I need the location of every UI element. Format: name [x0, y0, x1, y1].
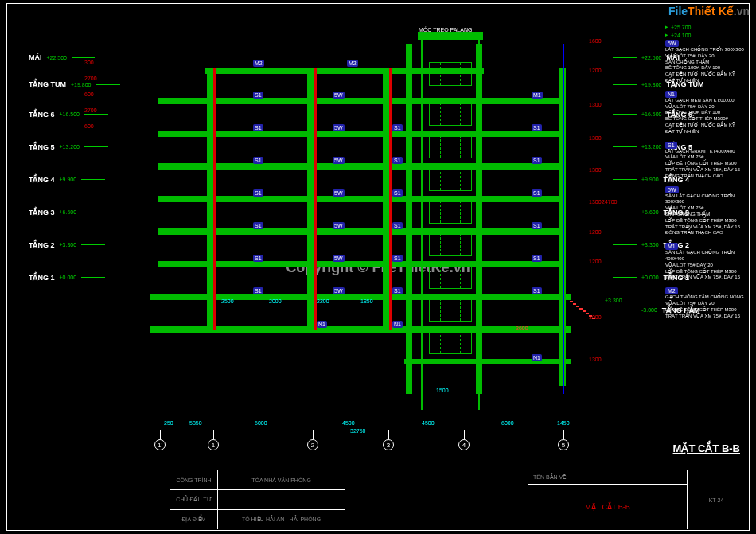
- legend-item: CÁT ĐỆN TƯỚI NƯỚC ĐẦM KỸ: [665, 72, 746, 78]
- legend-item: TRÁT TRẦN VỮA XM 75#, DÀY 15: [665, 167, 746, 173]
- cad-canvas: FileThiết Kế.vn Copyright © FileThietKe.…: [0, 0, 756, 534]
- tb-label: CHỦ ĐẦU TƯ: [170, 490, 217, 510]
- floor-elev: +19.800: [71, 82, 92, 88]
- legend-tag: N1: [665, 91, 677, 98]
- marker: S1: [253, 157, 263, 164]
- floor-elev: +9.900: [641, 177, 659, 182]
- tb-value: TÔ HIỆU-HẢI AN - HẢI PHÒNG: [218, 510, 345, 529]
- marker: S1: [532, 157, 542, 164]
- legend-item: VỮA LÓT XM 75#: [665, 205, 746, 212]
- axis-n: 3: [387, 442, 390, 449]
- dim: 2200: [317, 298, 329, 304]
- floor-elev: +13.200: [641, 144, 662, 150]
- floor-labels-left: MÁI+22.500 TẦNG TUM+19.800 TẦNG 6+16.500…: [29, 44, 120, 294]
- marker: S1: [392, 157, 403, 164]
- titleblock: CÔNG TRÌNH CHỦ ĐẦU TƯ ĐỊA ĐIỂM TÒA NHÀ V…: [11, 470, 745, 529]
- legend-item: LỚP BÊ TÔNG CỐT THÉP M300: [665, 218, 746, 224]
- floor-label: TẦNG 2: [29, 241, 55, 249]
- floor-elev: -3.000: [641, 307, 657, 313]
- dim: 300: [84, 60, 94, 65]
- legend-item: LÁT GẠCH CHỐNG TRƠN 300X300: [665, 47, 746, 53]
- dim: 250: [164, 420, 173, 426]
- floor-elev: +3.300: [60, 242, 77, 248]
- dim: 1200: [589, 68, 602, 73]
- legend-tag: M1: [665, 243, 678, 250]
- marker: S1: [253, 189, 263, 197]
- marker: S1: [253, 124, 263, 131]
- stairs: [570, 301, 603, 320]
- axis-n: 5: [562, 442, 565, 449]
- marker: N1: [532, 354, 542, 361]
- marker: S1: [253, 287, 263, 294]
- tb-label: CÔNG TRÌNH: [170, 470, 217, 490]
- dim: 1300: [589, 167, 602, 173]
- legend-item: ĐẤT TỰ NHIÊN: [665, 129, 746, 135]
- floor-elev: +6.600: [641, 209, 659, 215]
- legend-item: TRÁT TRẦN VỮA XM 75#, DÀY 15: [665, 314, 746, 320]
- dim: 600: [84, 92, 94, 97]
- dim: 1200: [589, 259, 602, 264]
- floor-elev: +22.500: [641, 55, 662, 60]
- dim: 1850: [360, 298, 373, 304]
- legend-item: SÀN LÁT GẠCH CHỐNG TRƠN 400X400: [665, 250, 746, 263]
- marker-m2: M2: [253, 60, 264, 67]
- marker: S1: [392, 287, 403, 294]
- marker: N1: [392, 321, 403, 328]
- legend-item: ĐÓNG TRẦN THẠCH CAO: [665, 230, 746, 236]
- marker: S1: [392, 255, 403, 262]
- dim: 1200: [589, 229, 602, 235]
- tb-sheet: KT-24: [688, 470, 745, 529]
- elevator-shaft: [418, 32, 483, 410]
- floor-elev: +6.600: [60, 209, 77, 215]
- wm-file: File: [668, 5, 688, 18]
- dim: 5850: [189, 420, 202, 426]
- legend-item: ĐẤT TỰ NHIÊN: [665, 78, 746, 84]
- marker: 5W: [333, 157, 345, 164]
- legend-item: SÀN LÁT GẠCH CHỐNG TRƠN 300X300: [665, 193, 746, 206]
- floor-elev: +22.500: [47, 55, 68, 60]
- floor-label: TẦNG 5: [29, 143, 55, 151]
- tb-value: TÒA NHÀ VĂN PHÒNG: [218, 470, 345, 490]
- marker: S1: [532, 287, 542, 294]
- marker: 5W: [333, 222, 345, 229]
- axis-n: 1': [158, 442, 162, 449]
- floor-label: MÁI: [29, 53, 42, 61]
- legend-item: BÊ TÔNG 100#, DÀY 100: [665, 110, 746, 116]
- tb-drawing-title: MẶT CẮT B-B: [528, 485, 687, 529]
- dim: 2700: [84, 107, 97, 113]
- building-section: M2 M2 S1 5W M1 S1 5W S1 S1 S1 5W S1 S1 S…: [158, 44, 563, 398]
- floor-elev: +16.500: [60, 111, 80, 117]
- dim: 1300: [589, 102, 602, 107]
- floor-elev: +9.900: [60, 177, 77, 182]
- dim-total: 32750: [350, 428, 365, 434]
- floor-label: TẦNG 6: [29, 111, 55, 119]
- legend-item: LỚP BÊ TÔNG CỐT THÉP M300: [665, 307, 746, 314]
- floor-label: TẦNG 3: [29, 209, 55, 216]
- axis-n: 4: [462, 442, 466, 449]
- legend-item: GẠCH THÔNG TÂM CHỐNG NÓNG: [665, 294, 746, 301]
- legend-item: ĐÓNG TRẦN THẠCH CAO: [665, 173, 746, 180]
- legend-tag: 5W: [665, 40, 679, 47]
- dim-total: 24700: [602, 199, 617, 205]
- axis-n: 1: [212, 442, 215, 449]
- marker: S1: [392, 189, 403, 197]
- marker-m1: M1: [532, 92, 543, 99]
- dim: 6000: [255, 420, 267, 426]
- marker: S1: [253, 222, 263, 229]
- marker: S1: [253, 255, 263, 262]
- marker-5w: 5W: [333, 92, 345, 99]
- floor-elev: +16.500: [641, 111, 662, 117]
- marker: S1: [532, 124, 542, 131]
- legend-item: TRÁT TRẦN VỮA XM 75#, DÀY 15: [665, 275, 746, 281]
- tb-label: ĐỊA ĐIỂM: [170, 510, 217, 529]
- marker: S1: [392, 222, 403, 229]
- legend-item: VỮA LÓT XM 75#: [665, 154, 746, 161]
- legend-item: VỮA LÓT 75#, DÀY 20: [665, 53, 746, 60]
- dim: 4500: [342, 420, 355, 426]
- dim: 1300: [589, 199, 602, 205]
- marker: S1: [532, 222, 542, 229]
- legend-item: VỮA LÓT 75# DÀY 20: [665, 263, 746, 269]
- dim: 4500: [422, 420, 435, 426]
- wm-thietke: Thiết Kế: [688, 5, 734, 18]
- axis-n: 2: [311, 442, 314, 449]
